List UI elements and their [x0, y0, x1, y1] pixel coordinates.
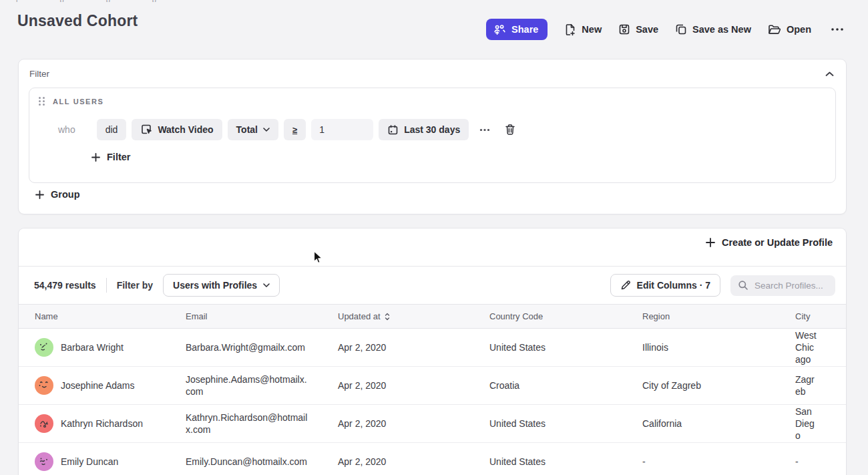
clipped-breadcrumb-fragment: l p p p: [16, 0, 176, 2]
profiles-filter-dropdown-label: Users with Profiles: [173, 280, 257, 291]
profile-country: United States: [489, 418, 642, 430]
edit-columns-button[interactable]: Edit Columns · 7: [610, 274, 720, 297]
results-count: 54,479 results: [34, 280, 96, 291]
profile-email: Josephine.Adams@hotmailx.com: [186, 373, 338, 398]
profile-city: Zagreb: [795, 373, 846, 398]
table-header: Name Email Updated at Country Code Regio…: [19, 304, 846, 329]
save-as-new-button[interactable]: Save as New: [675, 23, 751, 35]
new-document-icon: [564, 23, 576, 36]
date-range-chip[interactable]: Last 30 days: [379, 119, 469, 140]
filter-panel: Filter ALL USERS who did: [18, 59, 847, 214]
create-or-update-profile-button[interactable]: Create or Update Profile: [706, 237, 833, 248]
delete-clause-button[interactable]: [502, 121, 518, 138]
header-actions: Share New Save Save as: [486, 19, 847, 40]
column-header-region[interactable]: Region: [642, 311, 795, 321]
did-chip-label: did: [105, 124, 118, 135]
kebab-dots-icon: [479, 128, 490, 132]
filter-clause: who did Watch Video Total: [58, 119, 518, 140]
copy-icon: [675, 23, 687, 35]
value-input[interactable]: [311, 119, 373, 140]
avatar: [35, 338, 53, 357]
profile-name: Emily Duncan: [61, 456, 118, 468]
drag-handle[interactable]: [39, 97, 45, 106]
plus-icon: [91, 153, 100, 162]
profile-city: San Diego: [795, 406, 846, 442]
profile-region: California: [642, 418, 795, 430]
divider: [106, 278, 107, 293]
search-icon: [738, 280, 748, 291]
page-title: Unsaved Cohort: [17, 12, 138, 30]
profiles-filter-dropdown[interactable]: Users with Profiles: [163, 274, 280, 297]
profile-email: Emily.Duncan@hotmailx.com: [186, 456, 338, 468]
open-button[interactable]: Open: [768, 24, 811, 35]
table-row[interactable]: Kathryn Richardson Kathryn.Richardson@ho…: [19, 405, 846, 443]
table-body: Barbara Wright Barbara.Wright@gmailx.com…: [19, 329, 846, 475]
profile-country: United States: [489, 456, 642, 468]
new-button[interactable]: New: [564, 23, 602, 36]
operator-chip-label: ≥: [292, 125, 297, 135]
save-button-label: Save: [636, 24, 658, 35]
profile-updated-at: Apr 2, 2020: [338, 418, 489, 430]
column-header-name[interactable]: Name: [35, 311, 186, 321]
create-or-update-profile-label: Create or Update Profile: [722, 237, 833, 248]
collapse-filter-button[interactable]: [823, 66, 837, 82]
add-filter-button[interactable]: Filter: [91, 152, 130, 162]
chevron-down-icon: [263, 283, 270, 287]
event-chip[interactable]: Watch Video: [132, 119, 222, 140]
filter-group-label: ALL USERS: [53, 98, 104, 106]
operator-chip[interactable]: ≥: [284, 119, 306, 140]
search-profiles-input[interactable]: [754, 281, 828, 291]
new-button-label: New: [582, 24, 602, 35]
aggregation-chip[interactable]: Total: [228, 119, 278, 140]
save-as-new-button-label: Save as New: [692, 24, 751, 35]
who-label: who: [58, 124, 75, 135]
calendar-icon: [387, 124, 399, 136]
profile-region: Illinois: [642, 341, 795, 353]
filter-by-label: Filter by: [117, 280, 153, 291]
table-row[interactable]: Emily Duncan Emily.Duncan@hotmailx.com A…: [19, 443, 846, 475]
profile-region: City of Zagreb: [642, 379, 795, 391]
results-toolbar: 54,479 results Filter by Users with Prof…: [19, 266, 846, 304]
add-group-button[interactable]: Group: [35, 189, 80, 200]
event-icon: [140, 124, 152, 136]
profile-name: Josephine Adams: [61, 379, 135, 391]
profile-email: Kathryn.Richardson@hotmailx.com: [186, 412, 338, 436]
date-range-chip-label: Last 30 days: [404, 124, 460, 135]
profile-updated-at: Apr 2, 2020: [338, 379, 489, 391]
table-row[interactable]: Barbara Wright Barbara.Wright@gmailx.com…: [19, 329, 846, 367]
event-chip-label: Watch Video: [158, 124, 213, 135]
share-people-icon: [493, 24, 506, 35]
column-header-updated-at[interactable]: Updated at: [338, 311, 489, 321]
did-chip[interactable]: did: [97, 119, 127, 140]
open-button-label: Open: [787, 24, 811, 35]
profile-city: -: [795, 456, 846, 468]
table-row[interactable]: Josephine Adams Josephine.Adams@hotmailx…: [19, 367, 846, 405]
avatar: [35, 414, 53, 433]
search-profiles-box[interactable]: [730, 275, 835, 296]
share-button[interactable]: Share: [486, 19, 548, 40]
column-header-country-code[interactable]: Country Code: [489, 311, 642, 321]
clause-more-button[interactable]: [477, 126, 493, 134]
column-header-city[interactable]: City: [795, 311, 846, 321]
share-button-label: Share: [511, 24, 538, 35]
avatar: [35, 452, 53, 471]
profile-country: United States: [489, 341, 642, 353]
profile-updated-at: Apr 2, 2020: [338, 341, 489, 353]
sort-icon: [385, 313, 390, 321]
avatar: [35, 376, 53, 395]
open-folder-icon: [768, 24, 781, 35]
chevron-up-icon: [825, 71, 834, 77]
results-panel: Create or Update Profile 54,479 results …: [18, 228, 847, 475]
column-header-email[interactable]: Email: [186, 311, 338, 321]
edit-columns-label: Edit Columns · 7: [637, 280, 710, 291]
chevron-down-icon: [263, 128, 270, 132]
plus-icon: [706, 238, 715, 247]
filter-panel-title: Filter: [29, 69, 49, 79]
more-options-button[interactable]: [828, 25, 847, 34]
aggregation-chip-label: Total: [236, 124, 258, 135]
add-filter-label: Filter: [107, 152, 130, 162]
profile-region: -: [642, 456, 795, 468]
filter-group: ALL USERS who did Watch Video Total: [29, 88, 836, 183]
add-group-label: Group: [51, 189, 80, 200]
save-button[interactable]: Save: [618, 23, 658, 35]
